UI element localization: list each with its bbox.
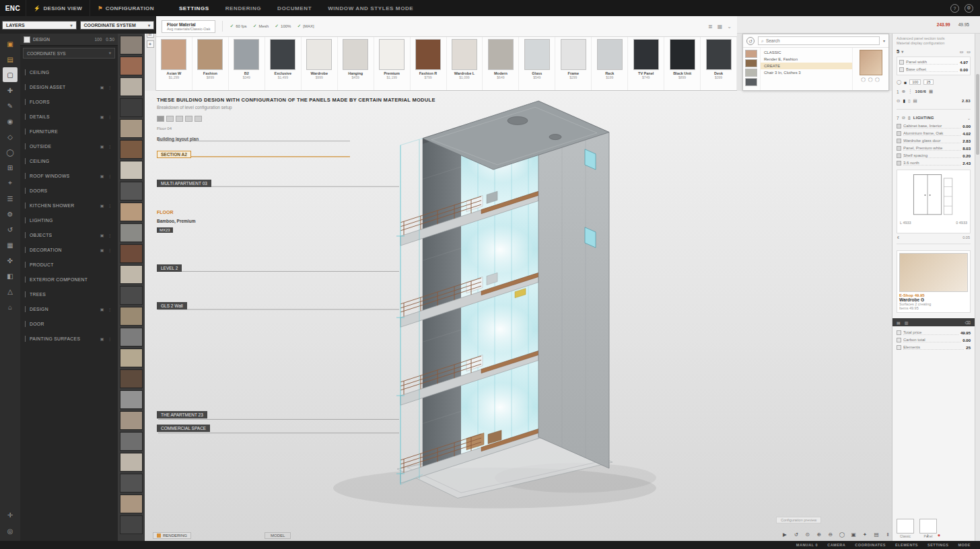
tool-icon[interactable]: ◇ — [3, 129, 18, 144]
tool-icon[interactable]: ▢ — [3, 67, 18, 82]
annotation-commercial[interactable]: COMMERCIAL SPACE — [157, 425, 210, 432]
catalog-card[interactable]: Frame $299 — [555, 37, 592, 90]
annotation-floor-label[interactable]: FLOOR — [157, 210, 174, 215]
lighting-row[interactable]: 7 ⊘ 8 LIGHTING ⌄ — [897, 115, 971, 120]
catalog-card[interactable]: Fashion R $799 — [411, 37, 447, 90]
toggle-25[interactable]: 25 — [923, 79, 933, 85]
color-options[interactable]: ◯ ◯ ◯ — [861, 77, 880, 81]
viewport-canvas[interactable]: THESE BUILDING DESIGN WITH CONFIGURATION… — [145, 91, 892, 541]
view-option-toggle[interactable]: ✓ Mesh — [253, 24, 269, 29]
tool-icon[interactable]: ▦ — [3, 237, 18, 252]
catalog-card[interactable]: Exclusive $1,499 — [265, 37, 302, 90]
tool-icon[interactable]: ⌂ — [3, 299, 18, 314]
move-tool-icon[interactable]: ✛ — [3, 507, 18, 522]
total-row[interactable]: Elements 25 — [897, 344, 971, 351]
playback-control-icon[interactable]: ◯ — [838, 530, 846, 538]
annotation-gls-wall[interactable]: GLS 2 Wall — [157, 302, 187, 309]
panel-icon-a[interactable]: ▭ — [960, 49, 964, 54]
square-icon[interactable]: ■ — [904, 80, 907, 85]
texture-swatch[interactable] — [120, 515, 143, 534]
texture-swatch[interactable] — [120, 223, 143, 242]
list-icon[interactable]: ≣ — [708, 24, 713, 30]
texture-swatch[interactable] — [120, 265, 143, 284]
category-list-item[interactable]: DETAILS ▣ ⋮ — [20, 109, 118, 124]
total-row[interactable]: Carbon total 0.00 — [897, 336, 971, 344]
catalog-card[interactable]: Asian W $1,299 — [156, 37, 193, 90]
playback-control-icon[interactable]: ▣ — [849, 530, 858, 538]
circle-icon[interactable]: ◯ — [897, 79, 901, 85]
category-list-item[interactable]: DECORATION ▣ ⋮ — [20, 242, 118, 257]
tool-icon[interactable]: ✚ — [3, 83, 18, 98]
category-list-item[interactable]: PAINTING SURFACES ▣ ⋮ — [20, 331, 118, 346]
statusbar-item[interactable]: MODE — [958, 543, 971, 547]
catalog-card[interactable]: Premium $1,199 — [374, 37, 411, 90]
tool-icon[interactable]: ◧ — [3, 268, 18, 283]
texture-swatch[interactable] — [120, 286, 143, 305]
category-list-item[interactable]: TREES — [20, 287, 118, 301]
3d-viewport[interactable] — [145, 91, 892, 541]
rows-icon[interactable]: ▤ — [897, 320, 901, 325]
texture-swatch[interactable] — [120, 140, 143, 159]
product-card[interactable]: E-Shop 49.95 Wardrobe G Surfaces 2 creat… — [897, 250, 971, 313]
coordinate-system-dropdown[interactable]: COORDINATE SYSTEM ▾ — [80, 21, 155, 30]
quick-result-item[interactable]: CLASSIC — [761, 49, 852, 56]
settings-gear-icon[interactable]: ⚙ — [965, 4, 973, 13]
tool-icon[interactable]: ◉ — [3, 114, 18, 129]
catalog-card[interactable]: Modern $649 — [483, 37, 519, 90]
bar-icon-filled[interactable]: ▮ — [903, 98, 905, 104]
texture-swatch[interactable] — [120, 161, 143, 180]
mini-thumbnail[interactable] — [745, 59, 757, 67]
playback-control-icon[interactable]: ▤ — [872, 530, 880, 538]
texture-swatch[interactable] — [120, 57, 143, 75]
music-icon[interactable]: ♪ — [923, 531, 932, 539]
annotation-apartment[interactable]: THE APARTMENT 23 — [157, 411, 207, 418]
category-list-item[interactable]: KITCHEN SHOWER ▣ ⋮ — [20, 198, 118, 213]
category-list-item[interactable]: ROOF WINDOWS ▣ ⋮ — [20, 168, 118, 183]
help-icon[interactable]: ? — [950, 4, 959, 13]
dimension-row[interactable]: Panel width 4.97 — [899, 59, 968, 66]
annotation-level[interactable]: LEVEL 2 — [157, 264, 182, 272]
category-list-item[interactable]: LIGHTING — [20, 213, 118, 227]
mini-thumbnail[interactable] — [745, 78, 757, 86]
statusbar-item[interactable]: COORDINATES — [855, 543, 886, 547]
more-icon[interactable]: ⋮ — [908, 89, 913, 94]
refresh-icon[interactable]: ↺ — [746, 37, 755, 45]
menubar-tab[interactable]: WINDOW AND STYLES MODE — [328, 5, 413, 11]
tool-icon[interactable]: ↺ — [3, 222, 18, 237]
texture-swatch[interactable] — [120, 474, 143, 492]
texture-swatch[interactable] — [120, 349, 143, 367]
product-thumbnail[interactable] — [860, 50, 882, 75]
tool-icon[interactable]: ⌖ — [3, 176, 18, 190]
parameter-row[interactable]: Aluminium frame, Oak 4.02 — [897, 130, 971, 137]
filter-chip[interactable] — [157, 116, 164, 122]
tool-icon[interactable]: ⚙ — [3, 207, 18, 221]
texture-swatch[interactable] — [120, 369, 143, 388]
grid-view-icon[interactable]: ▦ — [718, 24, 723, 30]
plus-icon[interactable]: ⊕ — [902, 89, 905, 94]
playback-control-icon[interactable]: ⊕ — [815, 530, 823, 538]
category-list-item[interactable]: DESIGN ▣ ⋮ — [20, 301, 118, 316]
quick-result-item[interactable]: CREATE — [761, 63, 852, 69]
texture-swatch[interactable] — [120, 453, 143, 472]
view-option-toggle[interactable]: ✓ [MAX] — [297, 24, 314, 29]
category-list-item[interactable]: DESIGN ASSET ▣ ⋮ — [20, 79, 118, 94]
wardrobe-line-preview[interactable]: L 4933 0 4933 — [897, 170, 971, 233]
toggle-100[interactable]: 100 — [909, 79, 921, 85]
parameter-row[interactable]: Shelf spacing 0.20 — [897, 152, 971, 159]
playback-control-icon[interactable]: ↺ — [792, 530, 800, 538]
texture-swatch[interactable] — [120, 182, 143, 200]
filter-chip[interactable] — [176, 116, 183, 122]
parameter-row[interactable]: Wardrobe glass door 2.83 — [897, 137, 971, 145]
menubar-tab[interactable]: SETTINGS — [179, 5, 209, 11]
dimension-row[interactable]: Base offset 0.00 — [899, 66, 968, 73]
panel-icon-b[interactable]: ▭ — [967, 49, 971, 54]
grid-small-icon[interactable]: ▥ — [905, 320, 909, 325]
annotation-multi-apartment[interactable]: MULTI APARTMENT 03 — [157, 180, 211, 187]
swatch-icon[interactable] — [24, 36, 30, 43]
category-list-item[interactable]: OUTSIDE ▣ ⋮ — [20, 139, 118, 153]
texture-swatch[interactable] — [120, 411, 143, 430]
statusbar-item[interactable]: CAMERA — [827, 543, 845, 547]
catalog-card[interactable]: Hanging $459 — [338, 37, 374, 90]
texture-swatch[interactable] — [120, 36, 143, 54]
search-field[interactable]: ⌕ — [758, 36, 880, 45]
